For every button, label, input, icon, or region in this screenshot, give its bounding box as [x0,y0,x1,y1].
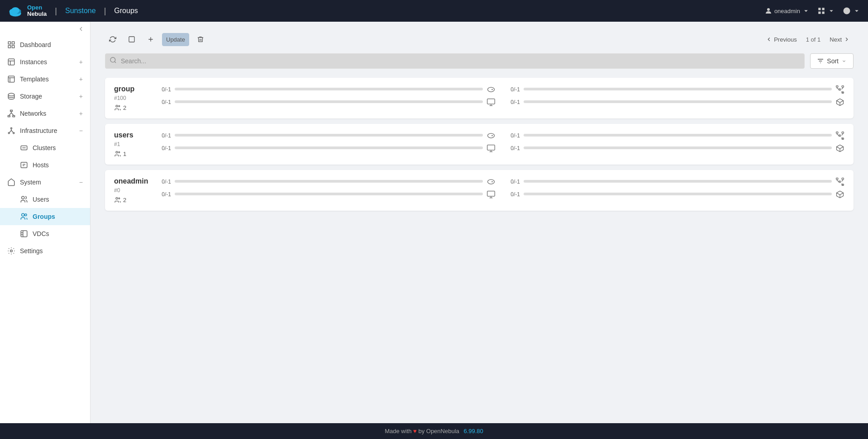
monitor-icon [486,190,496,199]
box-icon [835,98,844,107]
svg-rect-13 [12,46,14,48]
sidebar-item-users[interactable]: Users [0,191,90,208]
sidebar-item-storage[interactable]: Storage + [0,88,90,105]
add-button[interactable] [143,33,158,46]
cpu-bar [175,134,483,137]
toolbar-pagination: Previous 1 of 1 Next [762,34,854,45]
svg-rect-54 [836,178,838,179]
resource-mem-row: 0/-1 [157,98,496,107]
monitor-icon [486,144,496,153]
update-label: Update [166,36,185,43]
sidebar-item-clusters[interactable]: Clusters [0,139,90,156]
topbar-left: Open Nebula | Sunstone | Groups [7,3,138,19]
svg-point-50 [116,198,118,199]
group-users: 2 [114,196,150,203]
group-card[interactable]: users #1 1 0/-1 [105,124,854,165]
cpu-value: 0/-1 [157,132,171,139]
group-resources: 0/-1 0/-1 [157,85,844,107]
select-all-button[interactable] [124,33,139,46]
chevron-left-prev-icon [766,36,772,42]
footer-heart: ♥ [413,428,418,434]
networks-expand-icon: + [79,110,83,117]
cpu-value: 0/-1 [157,86,171,93]
delete-button[interactable] [193,33,208,46]
language-button[interactable] [843,7,861,15]
groups-icon [20,212,28,221]
svg-rect-45 [836,132,838,133]
sidebar-item-label-groups: Groups [33,213,55,220]
ds-value: 0/-1 [506,145,520,151]
clusters-icon [20,144,28,152]
svg-point-53 [491,181,493,183]
sunstone-link[interactable]: Sunstone [65,7,96,15]
sidebar-item-templates[interactable]: Templates + [0,71,90,88]
resource-ds-row: 0/-1 [506,190,844,199]
sidebar-item-instances[interactable]: Instances + [0,53,90,71]
group-card[interactable]: group #100 2 0/-1 [105,78,854,118]
svg-rect-5 [818,8,820,10]
mem-bar [175,100,483,104]
users-icon [20,195,28,203]
next-button[interactable]: Next [826,34,854,45]
svg-point-27 [25,214,27,216]
vnet-value: 0/-1 [506,179,520,185]
instances-expand-icon: + [79,58,83,66]
search-input[interactable] [105,53,805,69]
svg-rect-8 [822,12,825,14]
mem-bar [175,193,483,196]
cpu-value: 0/-1 [157,179,171,185]
vnet-value: 0/-1 [506,132,520,139]
refresh-icon [109,36,116,43]
user-count: 2 [123,104,126,111]
svg-rect-14 [8,59,14,65]
next-label: Next [830,36,842,43]
sidebar-item-infrastructure[interactable]: Infrastructure − [0,122,90,139]
resource-cpu-row: 0/-1 [157,131,496,140]
group-id: #0 [114,187,150,194]
vnet-bar [524,134,832,137]
grid-icon [817,7,825,15]
sidebar-item-hosts[interactable]: Hosts [0,156,90,174]
chevron-left-icon [77,25,85,33]
sidebar-item-system[interactable]: System − [0,174,90,191]
resource-vnet-row: 0/-1 [506,131,844,140]
topbar-right: oneadmin [764,7,861,15]
mem-bar [175,146,483,150]
sort-label: Sort [827,57,839,65]
globe-icon [843,7,851,15]
sort-button[interactable]: Sort [810,53,854,69]
sidebar-item-vdcs[interactable]: VDCs [0,225,90,242]
svg-rect-36 [836,86,838,87]
svg-rect-56 [842,178,844,179]
sidebar-item-networks[interactable]: Networks + [0,105,90,122]
storage-icon [7,92,15,100]
infrastructure-expand-icon: − [79,127,83,134]
group-card[interactable]: oneadmin #0 2 0/-1 [105,170,854,211]
svg-rect-18 [8,116,10,117]
layout: Dashboard Instances + Templates + Storag… [0,22,868,423]
sidebar-item-label-instances: Instances [20,58,47,66]
user-menu-button[interactable]: oneadmin [764,7,810,15]
user-label: oneadmin [774,8,800,14]
instances-icon [7,58,15,66]
update-button[interactable]: Update [162,33,189,46]
previous-button[interactable]: Previous [762,34,801,45]
cpu-bar [175,88,483,91]
sidebar-item-groups[interactable]: Groups [0,208,90,225]
sidebar-item-label-clusters: Clusters [33,144,56,151]
sidebar-item-dashboard[interactable]: Dashboard [0,36,90,53]
refresh-button[interactable] [105,33,120,46]
mem-value: 0/-1 [157,99,171,105]
group-id: #1 [114,141,150,147]
page-info: 1 of 1 [806,36,821,43]
templates-icon [7,75,15,83]
sidebar-collapse-button[interactable] [0,22,90,36]
group-card-header: users #1 1 0/-1 [114,131,844,157]
users-group-icon [114,196,121,203]
sidebar-item-settings[interactable]: Settings [0,242,90,260]
svg-rect-7 [818,12,820,14]
hdd-icon [486,85,496,94]
grid-view-button[interactable] [817,7,835,15]
footer-made-with: Made with [385,428,411,434]
group-info: oneadmin #0 2 [114,177,150,203]
